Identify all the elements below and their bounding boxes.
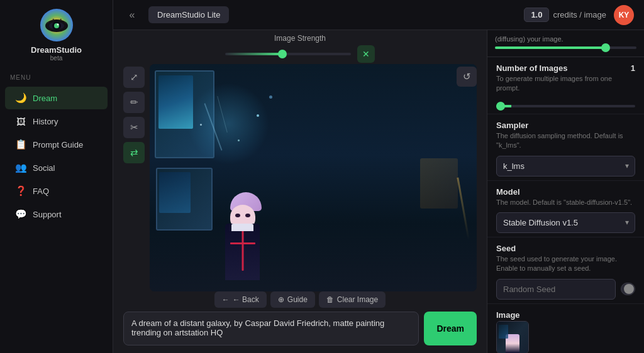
user-avatar[interactable]: KY [614,5,634,25]
svg-line-7 [53,19,53,21]
num-images-section: Number of Images 1 To generate multiple … [487,57,644,114]
expand-tool-button[interactable]: ⤢ [123,67,145,88]
sidebar-item-history[interactable]: 🖼 History [5,110,108,133]
window-glass-bottom [159,172,191,213]
brand-name: DreamStudio [31,45,82,55]
seed-toggle-knob [624,284,634,294]
main-area: « DreamStudio Lite 1.0 credits / image K… [113,0,644,353]
back-button[interactable]: ← ← Back [214,291,267,308]
logo-area: DreamStudio beta [31,8,82,62]
sidebar-item-label: History [33,117,58,126]
collapse-sidebar-button[interactable]: « [123,6,141,24]
diffusing-progress-fill [495,46,606,49]
sampler-title: Sampler [496,121,635,130]
social-icon: 👥 [15,162,26,173]
guide-button[interactable]: ⊕ Guide [270,291,315,308]
topbar: « DreamStudio Lite 1.0 credits / image K… [113,0,644,30]
faq-icon: ❓ [15,185,26,197]
sidebar-item-faq[interactable]: ❓ FAQ [5,180,108,202]
thumbnail-preview [497,322,528,353]
action-buttons-row: ← ← Back ⊕ Guide 🗑 Clear Image [123,291,477,308]
svg-point-5 [57,24,58,26]
diffusing-progress-track [495,46,636,49]
diffusing-text: (diffusing) your image. [495,35,636,43]
dream-icon: 🌙 [15,92,26,104]
right-panel: (diffusing) your image. Number of Images… [487,30,644,353]
image-strength-section: Image Strength ✕ [123,30,477,64]
back-icon: ← [222,295,230,304]
credits-display: 1.0 credits / image [524,8,606,22]
particle-3 [269,95,272,99]
svg-line-8 [60,19,61,21]
diffusing-section: (diffusing) your image. [487,30,644,57]
history-icon: 🖼 [15,116,26,127]
menu-label: MENU [0,74,31,81]
prompt-row: A dream of a distant galaxy, by Caspar D… [123,312,477,345]
seed-section: Seed The seed used to generate your imag… [487,237,644,304]
seed-toggle[interactable] [621,283,635,295]
model-select[interactable]: Stable Diffusion v1.5 Stable Diffusion v… [496,212,635,233]
image-section-title: Image [496,310,635,320]
content-area: Image Strength ✕ ⤢ ✏ ✂ ⇄ [113,30,644,353]
image-strength-label: Image Strength [274,34,326,43]
sidebar-item-label: Dream [33,94,57,103]
tool-column: ⤢ ✏ ✂ ⇄ [123,64,145,291]
sidebar-item-social[interactable]: 👥 Social [5,156,108,179]
model-label: Model [496,187,520,197]
back-label: ← Back [233,295,259,304]
brand-beta: beta [50,55,62,62]
sidebar-item-support[interactable]: 💬 Support [5,203,108,225]
app-title-button[interactable]: DreamStudio Lite [148,6,229,23]
dreamstudio-logo-icon [39,8,74,43]
model-title: Model [496,187,635,197]
model-section: Model The model. Default is "stable-diff… [487,181,644,237]
refresh-button[interactable]: ↺ [457,67,477,87]
scene-background [150,64,477,291]
num-images-desc: To generate multiple images from one pro… [496,74,635,94]
model-desc: The model. Default is "stable-diffusion-… [496,198,635,207]
sampler-label: Sampler [496,121,528,130]
sampler-section: Sampler The diffusion sampling method. D… [487,114,644,181]
particle-4 [200,124,202,126]
seed-label: Seed [496,244,516,253]
pencil-tool-button[interactable]: ✏ [123,92,145,113]
main-image-display [150,64,477,291]
guide-icon: ⊕ [278,295,284,304]
image-section: Image [487,304,644,353]
sidebar-item-prompt-guide[interactable]: 📋 Prompt Guide [5,133,108,156]
warm-streak [457,177,469,239]
sidebar: DreamStudio beta MENU 🌙 Dream 🖼 History … [0,0,113,353]
image-thumbnail[interactable] [496,321,529,353]
guide-label: Guide [287,295,308,304]
prompt-input[interactable]: A dream of a distant galaxy, by Caspar D… [123,312,419,345]
sampler-select[interactable]: k_lms k_euler k_euler_ancestral k_dpm_2 … [496,156,635,176]
character [225,192,260,291]
image-label: Image [496,310,520,320]
image-strength-slider[interactable] [225,53,351,55]
credits-label: credits / image [553,10,606,19]
num-images-count: 1 [631,63,635,73]
num-images-slider[interactable] [496,105,635,107]
seed-title: Seed [496,244,635,253]
clear-image-button[interactable]: 🗑 Clear Image [319,291,386,308]
seed-input-row [496,279,635,300]
sidebar-item-label: Social [33,163,55,173]
credits-value: 1.0 [524,8,549,22]
seed-input[interactable] [496,279,616,300]
model-select-wrapper: Stable Diffusion v1.5 Stable Diffusion v… [496,212,635,233]
seed-desc: The seed used to generate your image. En… [496,254,635,274]
scissors-tool-button[interactable]: ✂ [123,117,145,138]
sidebar-item-dream[interactable]: 🌙 Dream [5,87,108,109]
sampler-desc: The diffusion sampling method. Default i… [496,131,635,151]
strength-slider-row: ✕ [225,45,375,63]
swap-tool-button[interactable]: ⇄ [123,142,145,163]
num-images-label: Number of Images [496,63,567,73]
warm-light [420,158,458,209]
dream-button[interactable]: Dream [424,312,477,345]
particle-1 [257,114,259,117]
thumb-window [499,325,508,339]
num-images-title: Number of Images 1 [496,63,635,73]
close-image-button[interactable]: ✕ [357,45,375,63]
sampler-select-wrapper: k_lms k_euler k_euler_ancestral k_dpm_2 … [496,156,635,176]
diffusing-thumb [601,43,610,52]
